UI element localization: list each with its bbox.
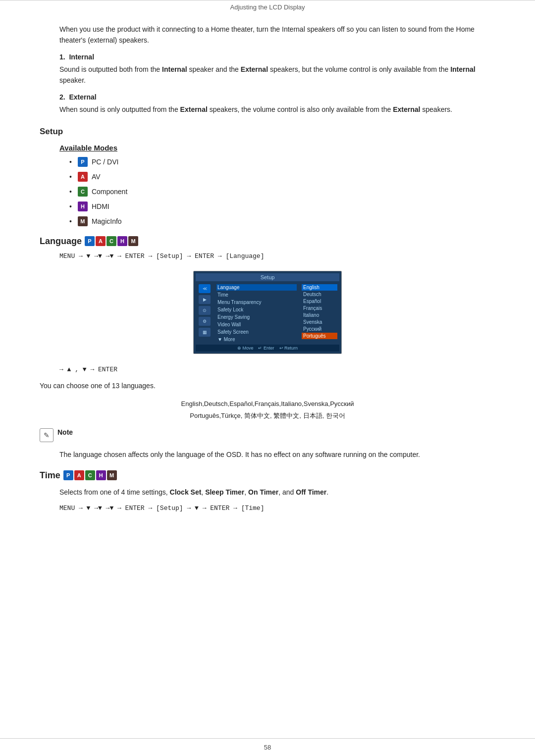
time-section-title-row: Time P A C H M bbox=[40, 470, 495, 481]
badge-m: M bbox=[78, 216, 88, 226]
menu-bottom-bar: ⊕ Move ↵ Enter ↩ Return bbox=[196, 345, 339, 352]
content-area: When you use the product with it connect… bbox=[0, 24, 535, 728]
time-badge-m: M bbox=[107, 470, 117, 480]
menu-icon-5: ▦ bbox=[199, 328, 211, 337]
menu-screenshot: Setup ≪ ▶ ⊙ ⚙ ▦ Language Time Menu Trans… bbox=[193, 271, 342, 354]
lang-badge-p: P bbox=[85, 236, 95, 246]
numbered-item-1: 1. Internal Sound is outputted both from… bbox=[40, 53, 495, 86]
menu-item-energy-saving: Energy Saving bbox=[216, 314, 297, 320]
time-badge-h: H bbox=[96, 470, 106, 480]
footer-page-number: 58 bbox=[264, 744, 271, 751]
note-label: Note bbox=[57, 428, 73, 436]
time-badge-a: A bbox=[74, 470, 84, 480]
menu-center-items: Language Time Menu Transparency Safety L… bbox=[214, 282, 300, 345]
item2-title: External bbox=[69, 93, 96, 101]
mode-component: • C Component bbox=[69, 187, 495, 197]
page-footer: 58 bbox=[0, 738, 535, 756]
page-container: Adjusting the LCD Display When you use t… bbox=[0, 0, 535, 756]
badge-a: A bbox=[78, 172, 88, 182]
menu-body: ≪ ▶ ⊙ ⚙ ▦ Language Time Menu Transparenc… bbox=[196, 282, 339, 345]
menu-item-safety-lock: Safety Lock bbox=[216, 306, 297, 313]
mode-magicinfo-label: MagicInfo bbox=[92, 217, 122, 225]
bottom-move: ⊕ Move bbox=[237, 346, 254, 351]
modes-list: • P PC / DVI • A AV • C Component • H HD… bbox=[69, 157, 495, 226]
menu-icon-3: ⊙ bbox=[199, 306, 211, 315]
numbered-item-2: 2. External When sound is only outputted… bbox=[40, 93, 495, 115]
note-content: Note bbox=[57, 428, 73, 436]
item2-label: 2. External bbox=[59, 93, 495, 101]
note-text: The language chosen affects only the lan… bbox=[59, 449, 495, 460]
item2-body: When sound is only outputted from the Ex… bbox=[59, 104, 495, 115]
time-menu-path: MENU → ▼ →▼ →▼ → ENTER → [Setup] → ▼ → E… bbox=[59, 504, 495, 512]
mode-magicinfo: • M MagicInfo bbox=[69, 216, 495, 226]
time-badge-p: P bbox=[63, 470, 73, 480]
item1-body: Sound is outputted both from the Interna… bbox=[59, 64, 495, 86]
lang-badge-m: M bbox=[128, 236, 138, 246]
mode-av: • A AV bbox=[69, 172, 495, 182]
languages-line2: Português,Türkçe, 简体中文, 繁體中文, 日本語, 한국어 bbox=[40, 410, 495, 421]
menu-item-safety-screen: Safety Screen bbox=[216, 329, 297, 335]
mode-av-label: AV bbox=[92, 173, 101, 181]
menu-icon-4: ⚙ bbox=[199, 317, 211, 326]
lang-deutsch: Deutsch bbox=[302, 291, 337, 298]
languages-list: English,Deutsch,Español,Français,Italian… bbox=[40, 398, 495, 421]
page-header: Adjusting the LCD Display bbox=[0, 0, 535, 14]
language-title: Language bbox=[40, 236, 82, 247]
available-modes-heading: Available Modes bbox=[59, 144, 495, 152]
item1-title: Internal bbox=[69, 53, 94, 61]
lang-francais: Français bbox=[302, 305, 337, 311]
menu-item-video-wall: Video Wall bbox=[216, 321, 297, 328]
nav-hint: → ▲ , ▼ → ENTER bbox=[59, 366, 495, 373]
mode-pc-label: PC / DVI bbox=[92, 158, 118, 166]
languages-line1: English,Deutsch,Español,Français,Italian… bbox=[40, 398, 495, 409]
menu-item-menu-transparency: Menu Transparency bbox=[216, 299, 297, 305]
mode-pc: • P PC / DVI bbox=[69, 157, 495, 167]
lang-russian: Русский bbox=[302, 326, 337, 332]
intro-paragraph: When you use the product with it connect… bbox=[59, 24, 495, 46]
menu-left-icons: ≪ ▶ ⊙ ⚙ ▦ bbox=[196, 282, 214, 345]
menu-icon-1: ≪ bbox=[199, 284, 211, 293]
language-menu-path: MENU → ▼ →▼ →▼ → ENTER → [Setup] → ENTER… bbox=[59, 252, 495, 260]
menu-right-languages: English Deutsch Español Français Italian… bbox=[300, 282, 339, 345]
mode-hdmi: • H HDMI bbox=[69, 202, 495, 211]
menu-icon-2: ▶ bbox=[199, 295, 211, 304]
menu-item-language: Language bbox=[216, 284, 297, 291]
time-badges: P A C H M bbox=[63, 470, 117, 480]
lang-portugues: Português bbox=[302, 333, 337, 339]
lang-badge-h: H bbox=[117, 236, 127, 246]
lang-italiano: Italiano bbox=[302, 312, 337, 318]
language-badges: P A C H M bbox=[85, 236, 138, 246]
mode-hdmi-label: HDMI bbox=[92, 202, 109, 210]
bottom-return: ↩ Return bbox=[279, 346, 298, 351]
lang-badge-c: C bbox=[107, 236, 116, 246]
lang-espanol: Español bbox=[302, 298, 337, 304]
time-title: Time bbox=[40, 470, 60, 481]
note-icon: ✎ bbox=[40, 428, 54, 442]
lang-svenska: Svenska bbox=[302, 319, 337, 325]
mode-component-label: Component bbox=[92, 188, 127, 196]
badge-p: P bbox=[78, 157, 88, 167]
menu-item-more: ▼ More bbox=[216, 336, 297, 343]
note-box: ✎ Note bbox=[40, 428, 495, 442]
header-title: Adjusting the LCD Display bbox=[230, 3, 305, 11]
lang-badge-a: A bbox=[96, 236, 106, 246]
badge-c: C bbox=[78, 187, 88, 197]
badge-h: H bbox=[78, 202, 88, 211]
item1-label: 1. Internal bbox=[59, 53, 495, 61]
time-badge-c: C bbox=[85, 470, 95, 480]
menu-item-time: Time bbox=[216, 292, 297, 298]
language-section-title-row: Language P A C H M bbox=[40, 236, 495, 247]
bottom-enter: ↵ Enter bbox=[258, 346, 274, 351]
choice-text: You can choose one of 13 languages. bbox=[40, 380, 495, 391]
menu-title-bar: Setup bbox=[196, 273, 339, 281]
setup-heading: Setup bbox=[40, 127, 495, 137]
time-description: Selects from one of 4 time settings, Clo… bbox=[59, 487, 495, 498]
lang-english: English bbox=[302, 284, 337, 291]
